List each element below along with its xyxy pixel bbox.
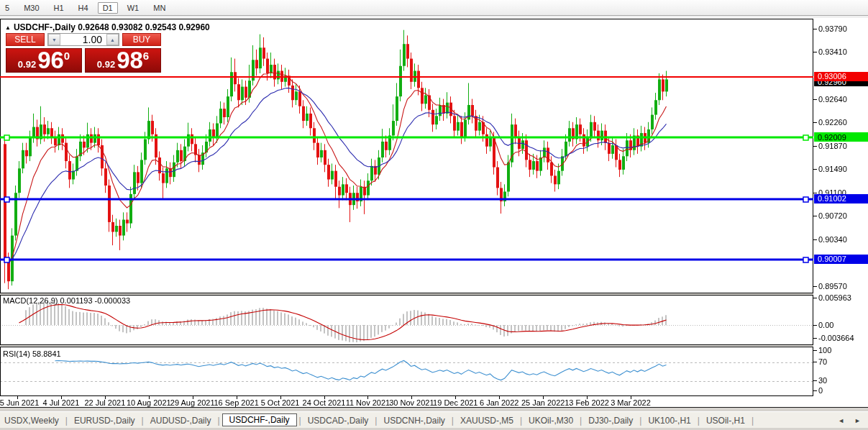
rsi-axis-label: 70 [818, 357, 827, 366]
buy-price-pip: 6 [143, 50, 149, 62]
tab-separator: | [751, 416, 754, 426]
tab-xauusd-m5[interactable]: XAUUSD-,M5 [456, 414, 518, 427]
tab-separator: | [375, 416, 377, 426]
date-axis-label: 15 Jun 2021 [0, 398, 39, 407]
tab-usdcnh-daily[interactable]: USDCNH-,Daily [379, 414, 449, 427]
buy-price-main: 98 [117, 50, 143, 71]
date-axis-label: 6 Jan 2022 [480, 398, 518, 407]
tab-separator: | [639, 416, 641, 426]
tab-separator: | [65, 416, 68, 426]
date-axis-label: 22 Jul 2021 [84, 398, 125, 407]
sell-price-pip: 0 [64, 50, 70, 62]
chart-tab-bar: USDX,Weekly|EURUSD-,Daily|AUDUSD-,Daily|… [0, 411, 868, 429]
tab-separator: | [520, 416, 522, 426]
price-tick-label: 0.93790 [818, 24, 847, 33]
rsi-axis-label: 0 [818, 386, 823, 395]
trading-platform-window: 5M30H1H4D1W1MN ▲USDCHF-,Daily 0.92648 0.… [0, 0, 868, 430]
volume-decrease-icon[interactable]: ▼ [48, 34, 60, 45]
date-axis-label: 13 Feb 2022 [565, 398, 609, 407]
tab-separator: | [217, 416, 219, 426]
tab-usdcad-daily[interactable]: USDCAD-,Daily [303, 414, 373, 427]
one-click-trade-panel: SELL ▼ 1.00 ▲ BUY 0.92 96 0 0.92 98 6 [6, 33, 161, 73]
price-tick-label: 0.92260 [818, 118, 847, 127]
tab-audusd-daily[interactable]: AUDUSD-,Daily [146, 414, 216, 427]
date-axis-label: 10 Aug 2021 [127, 398, 171, 407]
macd-axis-label: 0.005963 [818, 293, 851, 302]
date-axis-label: 16 Sep 2021 [214, 398, 258, 407]
chart-symbol-label: USDCHF-,Daily [14, 22, 76, 32]
collapse-triangle-icon[interactable]: ▲ [5, 24, 11, 31]
tab-separator: | [142, 416, 144, 426]
tab-separator: | [580, 416, 582, 426]
price-marker-0.91002: 0.91002 [814, 194, 868, 203]
sell-price-main: 96 [37, 50, 64, 71]
rsi-indicator-label: RSI(14) 58.8841 [3, 349, 61, 358]
date-axis-label: 5 Oct 2021 [261, 398, 300, 407]
chart-ohlc-values: 0.92648 0.93082 0.92543 0.92960 [78, 22, 210, 32]
tab-scroll-arrows: ◄► [838, 417, 861, 424]
macd-axis-label: -0.003664 [818, 334, 854, 342]
tab-separator: | [698, 416, 700, 426]
buy-price-prefix: 0.92 [97, 59, 115, 70]
price-tick-label: 0.91870 [818, 142, 847, 150]
tab-separator: | [452, 416, 454, 426]
date-axis-label: 19 Dec 2021 [433, 398, 478, 407]
tab-scroll-right-icon[interactable]: ► [854, 417, 861, 424]
sell-button[interactable]: SELL [6, 33, 45, 46]
macd-indicator-label: MACD(12,26,9) 0.001193 -0.000033 [3, 296, 130, 305]
tab-ukoil-m30[interactable]: UKOil-,M30 [524, 414, 577, 427]
price-tick-label: 0.90720 [818, 211, 847, 220]
date-axis-label: 24 Oct 2021 [303, 398, 346, 407]
price-marker-0.90007: 0.90007 [814, 255, 868, 264]
sell-price-display[interactable]: 0.92 96 0 [6, 48, 82, 73]
volume-input[interactable]: 1.00 [60, 34, 106, 45]
sell-price-prefix: 0.92 [18, 59, 36, 70]
tab-usdchf-daily[interactable]: USDCHF-,Daily [222, 413, 297, 426]
tab-dj30-daily[interactable]: DJ30-,Daily [584, 414, 637, 427]
volume-increase-icon[interactable]: ▲ [106, 34, 119, 45]
price-tick-label: 0.92640 [818, 95, 847, 104]
buy-price-display[interactable]: 0.92 98 6 [85, 48, 161, 73]
tab-eurusd-daily[interactable]: EURUSD-,Daily [70, 414, 140, 427]
price-tick-label: 0.93410 [818, 47, 847, 56]
date-axis-label: 25 Jan 2022 [521, 398, 565, 407]
date-axis-label: 3 Mar 2022 [611, 398, 651, 407]
date-axis-label: 4 Jul 2021 [43, 398, 80, 407]
price-marker-0.93006: 0.93006 [814, 72, 868, 81]
buy-button[interactable]: BUY [122, 33, 161, 46]
tab-usoil-h1[interactable]: USOil-,H1 [702, 414, 749, 427]
chart-title: ▲USDCHF-,Daily 0.92648 0.93082 0.92543 0… [5, 22, 210, 32]
price-marker-0.92009: 0.92009 [814, 132, 868, 142]
price-tick-label: 0.90340 [818, 235, 847, 244]
rsi-axis-label: 30 [818, 376, 827, 385]
volume-spinner: ▼ 1.00 ▲ [47, 33, 119, 46]
macd-axis-label: 0.00 [818, 321, 833, 329]
price-tick-label: 0.89570 [818, 282, 847, 291]
rsi-axis-label: 100 [818, 346, 831, 354]
date-axis-label: 11 Nov 2021 [346, 398, 390, 407]
tab-scroll-left-icon[interactable]: ◄ [838, 417, 844, 424]
date-axis-label: 29 Aug 2021 [170, 398, 215, 407]
date-axis-label: 30 Nov 2021 [389, 398, 434, 407]
tab-uk100-h1[interactable]: UK100-,H1 [644, 414, 695, 427]
tab-usdx-weekly[interactable]: USDX,Weekly [0, 414, 63, 427]
price-tick-label: 0.91490 [818, 165, 847, 173]
tab-separator: | [299, 416, 301, 426]
